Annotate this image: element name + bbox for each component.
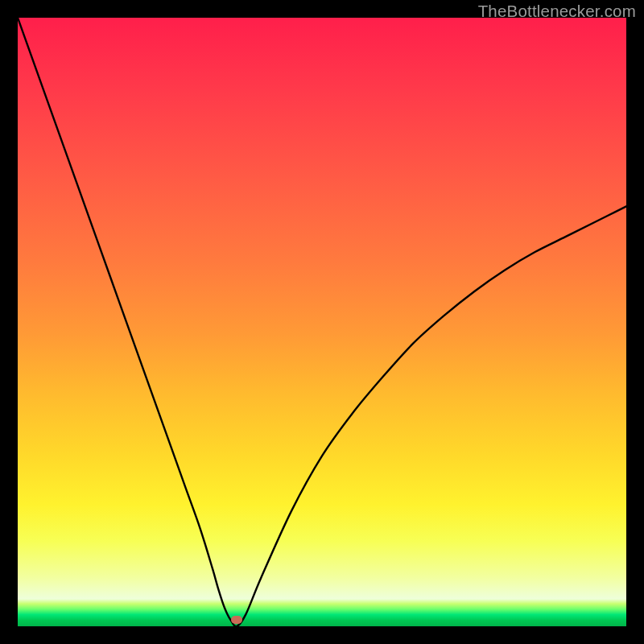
optimal-point-marker (231, 616, 242, 624)
chart-frame: TheBottlenecker.com (0, 0, 644, 644)
bottleneck-curve (18, 18, 626, 626)
plot-area (18, 18, 626, 626)
watermark-text: TheBottlenecker.com (478, 2, 636, 21)
